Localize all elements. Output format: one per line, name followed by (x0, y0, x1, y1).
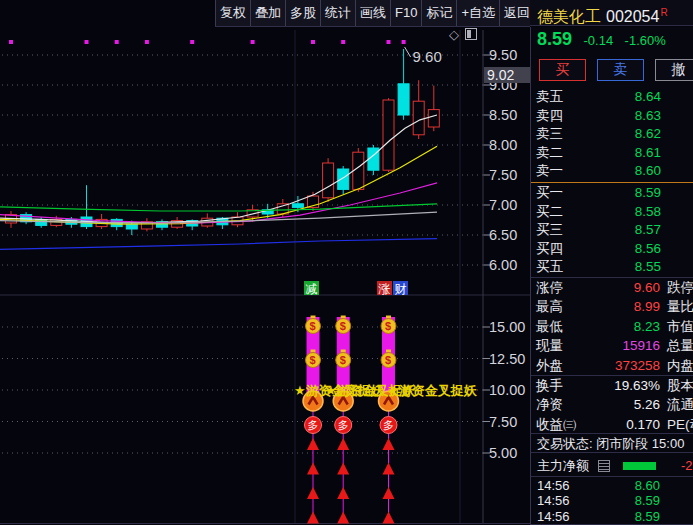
tick-time: 14:56 (537, 509, 570, 524)
tick-price: 8.60 (635, 478, 660, 493)
bid-row[interactable]: 买二8.58 (531, 203, 693, 222)
toolbar-item-4[interactable]: 画线 (355, 0, 390, 26)
level-price: 8.64 (578, 88, 661, 107)
stat-label: 净资 (536, 397, 563, 412)
indicator-axis-label: 15.00 (489, 319, 525, 335)
app-window: 9.509.008.508.007.507.006.506.009.609.02… (0, 0, 693, 525)
stat-row: 最高8.99量比 (531, 297, 693, 316)
stat-value: 15916 (622, 336, 660, 355)
money-bag-dollar: $ (385, 320, 391, 332)
level-price: 8.61 (578, 144, 661, 163)
up-arrow-icon (307, 487, 319, 499)
candle-body (323, 163, 334, 198)
stat-row: 外盘373258内盘 (531, 356, 693, 375)
toolbar-item-6[interactable]: 标记 (421, 0, 456, 26)
up-arrow-icon (337, 438, 349, 450)
bid-row[interactable]: 买五8.55 (531, 258, 693, 277)
up-arrow-icon (383, 487, 395, 499)
level-label: 卖二 (536, 144, 578, 163)
signal-mark (145, 40, 149, 44)
toolbar-item-0[interactable]: 复权 (215, 0, 250, 26)
bull-signal-label: 多 (338, 419, 349, 431)
stat-label-2: PE(动) (667, 415, 693, 434)
buy-button[interactable]: 买 (539, 59, 586, 81)
candle-body (338, 169, 349, 189)
up-arrow-icon (307, 438, 319, 450)
up-arrow-icon (337, 463, 349, 475)
main-flow-value: -2 (681, 455, 693, 476)
up-arrow-icon (337, 512, 349, 524)
diamond-icon[interactable]: ◇ (449, 27, 459, 42)
ask-row[interactable]: 卖三8.62 (531, 125, 693, 144)
money-bag-dollar: $ (310, 354, 316, 366)
stat-label-2: 股本 (667, 376, 693, 395)
tick-price: 8.59 (635, 509, 660, 524)
stat-label-2: 内盘 (667, 356, 693, 375)
last-price: 8.59 (537, 29, 572, 49)
indicator-tag-label: 减 (306, 282, 318, 296)
trade-status-row: 交易状态: 闭市阶段 15:00 (531, 433, 693, 453)
chart-corner-icons: ◇ (449, 27, 489, 43)
candle-body (428, 110, 439, 127)
cancel-order-button[interactable]: 撤 (655, 59, 693, 81)
stat-value: 5.26 (634, 395, 660, 414)
tick-time: 14:56 (537, 493, 570, 508)
toolbar-item-2[interactable]: 多股 (285, 0, 320, 26)
ask-row[interactable]: 卖四8.63 (531, 107, 693, 126)
stat-value: 19.63% (614, 376, 660, 395)
level-label: 买一 (536, 184, 578, 203)
money-bag-dollar: $ (340, 320, 346, 332)
bull-signal-label: 多 (308, 419, 319, 431)
up-arrow-icon (307, 512, 319, 524)
price-change: -0.14 (584, 33, 614, 48)
level-price: 8.58 (578, 203, 661, 222)
tick-price: 8.59 (635, 493, 660, 508)
bid-row[interactable]: 买三8.57 (531, 221, 693, 240)
level-price: 8.56 (578, 240, 661, 259)
bid-row[interactable]: 买四8.56 (531, 240, 693, 259)
stat-label: 最高 (536, 299, 563, 314)
stat-label: 换手 (536, 378, 563, 393)
stat-value: 373258 (615, 356, 660, 375)
sell-button[interactable]: 卖 (597, 59, 644, 81)
ask-levels: 卖五8.64卖四8.63卖三8.62卖二8.61卖一8.60 (531, 88, 693, 181)
stat-value: 8.23 (634, 317, 660, 336)
ask-row[interactable]: 卖二8.61 (531, 144, 693, 163)
stat-row: 净资5.26流通 (531, 395, 693, 414)
up-arrow-icon (383, 512, 395, 524)
stat-row: 最低8.23市值 (531, 317, 693, 336)
bid-row[interactable]: 买一8.59 (531, 184, 693, 203)
signal-mark (251, 40, 255, 44)
price-axis-label: 8.00 (489, 137, 517, 153)
toolbar-item-5[interactable]: F10 (390, 0, 421, 26)
stock-chart: 9.509.008.508.007.507.006.506.009.609.02… (0, 0, 530, 525)
level-price: 8.62 (578, 125, 661, 144)
toolbar-item-7[interactable]: +自选 (456, 0, 499, 26)
stat-label-2: 量比 (667, 297, 693, 316)
stat-row: 现量15916总量 (531, 336, 693, 355)
price-axis-label: 8.50 (489, 107, 517, 123)
toolbar-item-1[interactable]: 叠加 (250, 0, 285, 26)
toolbar-item-3[interactable]: 统计 (320, 0, 355, 26)
price-axis-label: 6.00 (489, 257, 517, 273)
level-price: 8.60 (578, 162, 661, 181)
level-label: 卖一 (536, 162, 578, 181)
trade-buttons: 买 卖 撤 (539, 59, 693, 81)
price-row: 8.59 -0.14 -1.60% (537, 29, 666, 50)
toolbar: 复权叠加多股统计画线F10标记+自选返回 (215, 0, 530, 27)
up-arrow-icon (383, 438, 395, 450)
stat-value: 8.99 (634, 297, 660, 316)
up-arrow-icon (337, 487, 349, 499)
level-label: 卖三 (536, 125, 578, 144)
signal-mark (387, 40, 391, 44)
bull-signal-label: 多 (383, 419, 394, 431)
list-icon[interactable] (598, 460, 610, 472)
ask-row[interactable]: 卖一8.60 (531, 162, 693, 181)
panel-toggle-icon[interactable] (465, 28, 477, 40)
signal-mark (311, 40, 315, 44)
stat-label: 涨停 (536, 280, 563, 295)
tick-row: 14:568.59 (531, 509, 693, 524)
stat-row: 换手19.63%股本 (531, 375, 693, 395)
ask-row[interactable]: 卖五8.64 (531, 88, 693, 107)
candle-body (383, 100, 394, 170)
